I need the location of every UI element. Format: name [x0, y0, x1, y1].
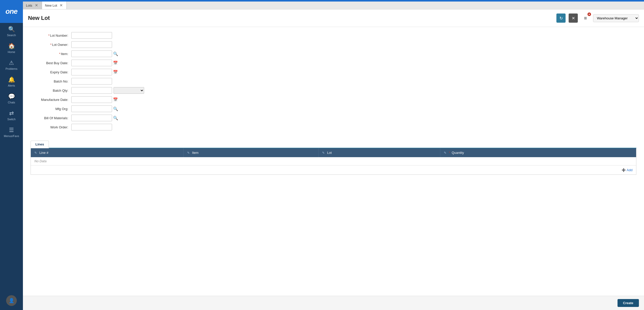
logo-text: one [6, 7, 18, 16]
input-lot-owner[interactable] [71, 41, 112, 48]
tab-lines[interactable]: Lines [31, 141, 49, 148]
create-button[interactable]: Create [618, 299, 639, 307]
app-logo[interactable]: one [0, 0, 23, 23]
field-row-expiry-date: Expiry Date: 📅 [31, 69, 636, 75]
warning-icon: ⚠ [9, 60, 14, 66]
add-line-button[interactable]: ➕ Add [622, 168, 633, 172]
tab-lots-close[interactable]: ✕ [34, 3, 39, 8]
label-batch-no: Batch No: [31, 79, 71, 83]
header-right: Warehouse Manager Admin User [593, 14, 639, 22]
label-lot-owner: *Lot Owner: [31, 43, 71, 47]
edit-icon-lot: ✎ [322, 151, 325, 155]
field-row-work-order: Work Order: [31, 124, 636, 130]
input-expiry-date[interactable] [71, 69, 112, 75]
field-row-mfg-org: Mfg Org: 🔍 [31, 105, 636, 112]
field-row-item: *Item: 🔍 [31, 50, 636, 57]
input-mfg-org[interactable] [71, 105, 112, 112]
sidebar-item-label-search: Search [7, 34, 16, 37]
label-manufacture-date: Manufacture Date: [31, 98, 71, 102]
lines-section: Lines ✎ Line # ✎ Item [23, 138, 644, 180]
item-search-button[interactable]: 🔍 [113, 51, 118, 56]
edit-icon-item: ✎ [187, 151, 190, 155]
input-best-buy-date[interactable] [71, 60, 112, 66]
expiry-date-calendar[interactable]: 📅 [113, 70, 118, 74]
tab-lots[interactable]: Lots ✕ [23, 2, 42, 9]
input-batch-no[interactable] [71, 78, 112, 85]
input-work-order[interactable] [71, 124, 112, 130]
add-label: Add [627, 168, 633, 172]
tab-bar: Lots ✕ New Lot ✕ [23, 2, 644, 9]
input-batch-qty[interactable] [71, 87, 112, 94]
lines-table-head: ✎ Line # ✎ Item ✎ Lot [31, 148, 636, 157]
sidebar-item-home[interactable]: 🏠 Home [0, 40, 23, 57]
label-best-buy-date: Best Buy Date: [31, 61, 71, 65]
sidebar-item-label-switch: Switch [7, 118, 16, 121]
tab-lots-label: Lots [26, 4, 32, 7]
bell-icon: 🔔 [8, 76, 15, 83]
lines-header-row: ✎ Line # ✎ Item ✎ Lot [31, 148, 636, 157]
home-icon: 🏠 [8, 43, 15, 49]
required-star-3: * [59, 52, 60, 56]
form-area: *Lot Number: *Lot Owner: *Item: 🔍 [23, 27, 644, 138]
menu-button[interactable]: ≡ ★ [581, 14, 590, 23]
label-expiry-date: Expiry Date: [31, 70, 71, 74]
batch-qty-select[interactable] [114, 87, 144, 94]
mfg-org-search-button[interactable]: 🔍 [113, 106, 118, 111]
refresh-button[interactable]: ↻ [556, 14, 566, 23]
tab-new-lot[interactable]: New Lot ✕ [42, 2, 67, 9]
sidebar-item-label-chats: Chats [8, 101, 15, 104]
field-row-bill-of-materials: Bill Of Materials: 🔍 [31, 115, 636, 121]
sidebar-item-problems[interactable]: ⚠ Problems [0, 57, 23, 73]
input-item[interactable] [71, 50, 112, 57]
edit-icon-quantity: ✎ [444, 151, 446, 155]
label-mfg-org: Mfg Org: [31, 107, 71, 111]
user-avatar[interactable]: 👤 [6, 295, 17, 306]
required-star: * [48, 34, 49, 37]
field-row-lot-owner: *Lot Owner: [31, 41, 636, 48]
col-label-lot: Lot [327, 151, 332, 155]
cancel-button[interactable]: ✕ [569, 14, 578, 23]
field-row-lot-number: *Lot Number: [31, 32, 636, 39]
role-selector[interactable]: Warehouse Manager Admin User [593, 14, 639, 22]
input-lot-number[interactable] [71, 32, 112, 39]
sidebar-item-alerts[interactable]: 🔔 Alerts [0, 73, 23, 90]
content-area: New Lot ↻ ✕ ≡ ★ Warehouse Manager Admin … [23, 9, 644, 310]
page-header: New Lot ↻ ✕ ≡ ★ Warehouse Manager Admin … [23, 9, 644, 27]
col-header-item: ✎ Item [183, 148, 318, 157]
batch-qty-row [71, 87, 144, 94]
input-bill-of-materials[interactable] [71, 115, 112, 121]
switch-icon: ⇄ [9, 110, 14, 117]
sidebar-item-menus[interactable]: ☰ Menus/Favs [0, 124, 23, 141]
chat-icon: 💬 [8, 93, 15, 100]
sidebar-item-chats[interactable]: 💬 Chats [0, 90, 23, 107]
field-row-batch-qty: Batch Qty: [31, 87, 636, 94]
page-footer: Create [23, 296, 644, 310]
sidebar-item-label-menus: Menus/Favs [4, 134, 19, 138]
sidebar: one 🔍 Search 🏠 Home ⚠ Problems 🔔 Alerts … [0, 0, 23, 310]
label-batch-qty: Batch Qty: [31, 89, 71, 92]
tab-new-lot-close[interactable]: ✕ [59, 3, 63, 8]
lines-tab-label: Lines [35, 142, 44, 146]
plus-icon: ➕ [622, 168, 626, 172]
sidebar-item-search[interactable]: 🔍 Search [0, 23, 23, 40]
sidebar-item-switch[interactable]: ⇄ Switch [0, 107, 23, 124]
manufacture-date-calendar[interactable]: 📅 [113, 97, 118, 102]
label-lot-number: *Lot Number: [31, 34, 71, 37]
add-row: ➕ Add [31, 165, 636, 174]
col-header-line-num: ✎ Line # [31, 148, 183, 157]
sidebar-item-label-alerts: Alerts [8, 84, 15, 87]
edit-icon-line: ✎ [34, 151, 37, 155]
no-data-row: No Data [31, 157, 636, 165]
lines-tabs: Lines [31, 141, 636, 148]
lines-table-body: No Data [31, 157, 636, 165]
col-label-item: Item [192, 151, 198, 155]
best-buy-date-calendar[interactable]: 📅 [113, 61, 118, 65]
bill-of-materials-search-button[interactable]: 🔍 [113, 116, 118, 120]
input-manufacture-date[interactable] [71, 96, 112, 103]
menu-icon: ☰ [9, 127, 14, 133]
lines-table-wrapper: ✎ Line # ✎ Item ✎ Lot [31, 148, 636, 175]
label-work-order: Work Order: [31, 125, 71, 129]
col-header-lot: ✎ Lot [318, 148, 440, 157]
sidebar-item-label-home: Home [8, 50, 15, 53]
col-label-line-num: Line # [39, 151, 48, 155]
